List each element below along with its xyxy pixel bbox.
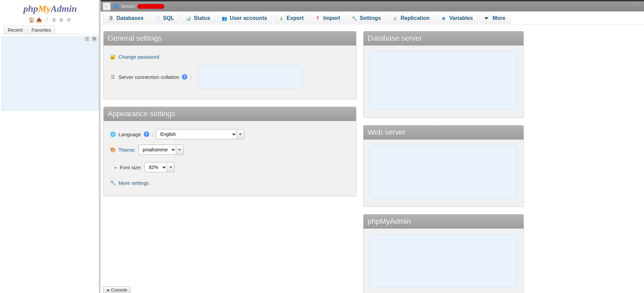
wrench-icon: 🔧 <box>110 180 116 186</box>
right-column: Database server Web server phpMyAdmin <box>363 31 524 293</box>
sql-query-icon[interactable]: 🗎 <box>51 17 57 23</box>
tab-databases-label: Databases <box>116 15 143 21</box>
tab-user-accounts[interactable]: 👥User accounts <box>217 12 272 24</box>
sidebar: phpMyAdmin 🏠 📥 ❔ 🗎 ⚙ ⟳ Recent Favorites … <box>0 0 101 293</box>
back-button[interactable]: ← <box>103 2 111 10</box>
help-icon[interactable]: ? <box>182 74 187 80</box>
collation-icon: ☰ <box>110 74 116 80</box>
theme-select[interactable]: pmahomme <box>138 145 176 155</box>
breadcrumb-server-label: Server: <box>121 4 136 9</box>
reload-icon[interactable]: ⟳ <box>66 17 72 23</box>
docs-icon[interactable]: ❔ <box>44 17 50 23</box>
tab-import-label: Import <box>323 15 340 21</box>
row-theme: 🎨 Theme: pmahomme <box>110 142 350 157</box>
console-toggle[interactable]: Console <box>103 286 130 293</box>
panel-phpmyadmin: phpMyAdmin <box>363 214 524 293</box>
home-icon[interactable]: 🏠 <box>29 17 35 23</box>
panel-appearance-title: Appearance settings <box>104 107 356 121</box>
database-tree[interactable]: − ⧉ <box>1 36 99 111</box>
logo[interactable]: phpMyAdmin <box>0 0 100 16</box>
tab-databases[interactable]: 🗄Databases <box>103 12 149 24</box>
row-change-password: 🔐 Change password <box>110 51 350 62</box>
import-icon: ⤒ <box>315 16 321 21</box>
tab-export[interactable]: ⤓Export <box>273 12 309 24</box>
sidebar-nav-tabs: Recent Favorites <box>0 26 100 34</box>
logo-part-my: My <box>38 3 51 14</box>
server-icon <box>113 4 119 9</box>
collation-label: Server connection collation <box>118 74 179 80</box>
panel-webserver-title: Web server <box>364 125 524 140</box>
server-name-redacted <box>137 4 164 9</box>
row-more-settings: 🔧 More settings <box>110 177 350 188</box>
triangle-up-icon <box>106 289 110 291</box>
logo-part-php: php <box>23 3 38 14</box>
replication-icon: ⎌ <box>393 16 398 21</box>
sql-icon: 📄 <box>155 16 160 21</box>
collapse-breadcrumb-icon[interactable]: ⌃ <box>635 3 642 10</box>
database-icon: 🗄 <box>108 16 114 21</box>
tab-variables-label: Variables <box>449 15 473 21</box>
help-icon[interactable]: ? <box>144 131 149 137</box>
change-password-link[interactable]: Change password <box>118 54 159 60</box>
language-icon: 🌐 <box>110 131 116 137</box>
tab-status[interactable]: 📊Status <box>181 12 215 24</box>
tab-sql[interactable]: 📄SQL <box>150 12 179 24</box>
logout-icon[interactable]: 📥 <box>36 17 42 23</box>
collapse-icon[interactable]: − <box>85 36 89 41</box>
dropdown-button[interactable] <box>176 145 184 155</box>
link-icon[interactable]: ⧉ <box>92 36 97 41</box>
tab-replication[interactable]: ⎌Replication <box>387 12 435 24</box>
row-collation: ☰ Server connection collation ?: <box>110 62 350 91</box>
theme-icon: 🎨 <box>110 147 116 153</box>
panel-database-server: Database server <box>363 31 524 118</box>
panel-general-title: General settings <box>104 31 356 46</box>
language-select[interactable]: English <box>156 129 237 139</box>
lock-icon: 🔐 <box>110 54 116 60</box>
pma-info <box>370 234 517 288</box>
tab-more[interactable]: More <box>479 12 510 24</box>
settings-gear-icon[interactable]: ⚙ <box>58 17 64 23</box>
fontsize-select[interactable]: 82% <box>144 162 167 172</box>
tab-user-accounts-label: User accounts <box>230 15 267 21</box>
tab-status-label: Status <box>194 15 210 21</box>
status-icon: 📊 <box>186 16 191 21</box>
collation-select-area[interactable] <box>198 65 303 89</box>
panel-general-settings: General settings 🔐 Change password ☰ Ser… <box>103 31 356 99</box>
dropdown-button[interactable] <box>167 162 175 172</box>
row-language: 🌐 Language ?: English <box>110 126 350 142</box>
web-server-info <box>370 145 517 199</box>
colon: : <box>190 74 191 80</box>
wrench-icon: 🔧 <box>352 16 357 21</box>
content: General settings 🔐 Change password ☰ Ser… <box>101 25 644 293</box>
db-server-info <box>370 51 517 110</box>
tab-sql-label: SQL <box>163 15 174 21</box>
main-tabs: 🗄Databases 📄SQL 📊Status 👥User accounts ⤓… <box>101 11 644 25</box>
panel-dbserver-title: Database server <box>364 31 524 46</box>
panel-pma-title: phpMyAdmin <box>364 214 524 229</box>
tab-settings-label: Settings <box>360 15 381 21</box>
chevron-down-icon <box>484 17 488 20</box>
tab-variables[interactable]: ⊕Variables <box>436 12 478 24</box>
tab-import[interactable]: ⤒Import <box>310 12 345 24</box>
panel-appearance-settings: Appearance settings 🌐 Language ?: Englis… <box>103 107 356 196</box>
main: ← Server: ⌃ 🗄Databases 📄SQL 📊Status 👥Use… <box>101 0 644 293</box>
more-settings-link[interactable]: More settings <box>118 180 149 186</box>
tab-recent[interactable]: Recent <box>4 26 26 34</box>
tab-export-label: Export <box>287 15 304 21</box>
variables-icon: ⊕ <box>441 16 447 21</box>
language-label: Language <box>118 131 141 137</box>
left-column: General settings 🔐 Change password ☰ Ser… <box>103 31 356 293</box>
fontsize-list: Font size: 82% <box>110 157 350 177</box>
tab-favorites[interactable]: Favorites <box>28 26 55 34</box>
panel-web-server: Web server <box>363 125 524 207</box>
sidebar-resize-handle[interactable] <box>99 0 100 293</box>
tab-settings[interactable]: 🔧Settings <box>347 12 386 24</box>
fontsize-label: Font size: <box>120 165 142 170</box>
row-fontsize: Font size: 82% <box>120 159 350 175</box>
theme-label[interactable]: Theme: <box>118 147 136 153</box>
breadcrumb: ← Server: ⌃ <box>101 1 644 11</box>
tab-replication-label: Replication <box>401 15 430 21</box>
dropdown-button[interactable] <box>237 129 244 139</box>
sidebar-toolbar: 🏠 📥 ❔ 🗎 ⚙ ⟳ <box>0 16 100 26</box>
console-label: Console <box>111 287 127 292</box>
